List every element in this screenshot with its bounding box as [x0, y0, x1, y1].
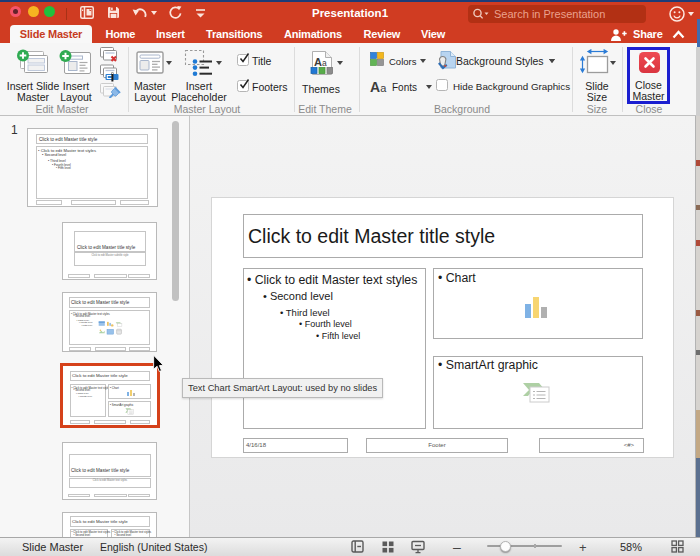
svg-text:Aa: Aa: [314, 56, 327, 68]
